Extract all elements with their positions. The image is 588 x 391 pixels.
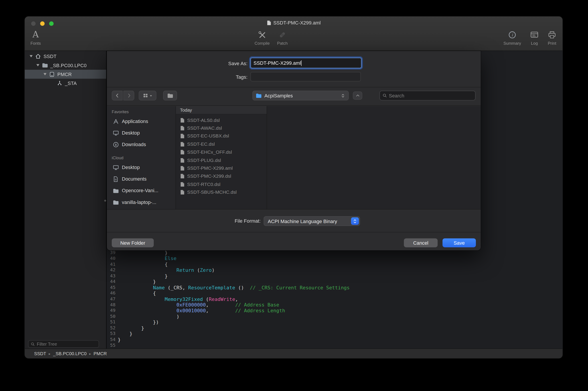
location-value: AcpiSamples bbox=[264, 93, 293, 98]
code-token: } bbox=[118, 250, 168, 256]
toolbar-print-button[interactable]: Print bbox=[540, 30, 563, 45]
path-segment[interactable]: SSDT bbox=[34, 351, 46, 356]
code-token: Memory32Fixed bbox=[165, 296, 203, 302]
file-row[interactable]: SSDT-PMC-X299.dsl bbox=[176, 172, 267, 180]
document-icon bbox=[180, 141, 185, 147]
code-token: (_CRS, bbox=[165, 285, 188, 290]
new-folder-button[interactable]: New Folder bbox=[112, 238, 154, 247]
search-field[interactable]: Search bbox=[379, 91, 475, 100]
save-as-input[interactable]: SSDT-PMC-X299.aml bbox=[251, 58, 362, 68]
tree-item-pmcr[interactable]: PMCR bbox=[25, 70, 106, 79]
tree-item-scope[interactable]: _SB.PC00.LPC0 bbox=[25, 61, 106, 70]
line-number: 43 bbox=[107, 273, 116, 279]
disclosure-triangle[interactable] bbox=[30, 55, 32, 57]
file-row[interactable]: SSDT-RTC0.dsl bbox=[176, 180, 267, 188]
window-title: SSDT-PMC-X299.aml bbox=[273, 20, 321, 25]
code-token: ) bbox=[212, 267, 215, 273]
file-name: SSDT-PLUG.dsl bbox=[187, 158, 221, 163]
file-format-row: File Format: ACPI Machine Language Binar… bbox=[107, 210, 481, 232]
file-format-popup[interactable]: ACPI Machine Language Binary bbox=[264, 216, 360, 226]
code-token bbox=[118, 267, 176, 273]
view-mode-button[interactable] bbox=[139, 91, 156, 100]
file-name: SSDT-AWAC.dsl bbox=[187, 126, 222, 131]
sidebar-item-documents[interactable]: Documents bbox=[107, 173, 175, 185]
sidebar-item-desktop[interactable]: Desktop bbox=[107, 127, 175, 139]
print-icon bbox=[548, 30, 556, 40]
sidebar-item-icloud-desktop[interactable]: Desktop bbox=[107, 162, 175, 173]
code-token bbox=[118, 308, 176, 313]
document-icon bbox=[180, 117, 185, 123]
tree-item-ssdt[interactable]: SSDT bbox=[25, 52, 106, 61]
code-line: 42 Return (Zero) bbox=[107, 267, 563, 273]
fonts-icon: A bbox=[32, 30, 39, 40]
filter-tree-field[interactable]: Filter Tree bbox=[28, 340, 99, 348]
sidebar-item-vanilla-folder[interactable]: vanilla-laptop-... bbox=[107, 196, 175, 208]
file-row[interactable]: SSDT-EHCx_OFF.dsl bbox=[176, 148, 267, 156]
file-name: SSDT-EHCx_OFF.dsl bbox=[187, 150, 232, 155]
file-row[interactable]: SSDT-AWAC.dsl bbox=[176, 124, 267, 132]
toolbar-patch-button[interactable]: Patch bbox=[270, 30, 295, 45]
tree-item-label: PMCR bbox=[57, 71, 72, 77]
code-line: 41 { bbox=[107, 262, 563, 267]
patch-icon bbox=[278, 30, 287, 40]
code-token bbox=[118, 302, 176, 308]
forward-button[interactable] bbox=[123, 91, 134, 100]
sidebar-item-downloads[interactable]: Downloads bbox=[107, 139, 175, 150]
code-token: { bbox=[118, 291, 156, 296]
folder-icon bbox=[167, 93, 173, 98]
sidebar-item-opencore-folder[interactable]: Opencore-Vani... bbox=[107, 185, 175, 196]
code-line: 53 } bbox=[107, 331, 563, 337]
line-number: 54 bbox=[107, 337, 116, 343]
collapse-panel-button[interactable] bbox=[353, 92, 362, 100]
document-icon bbox=[180, 166, 185, 171]
line-number: 50 bbox=[107, 314, 116, 319]
file-row[interactable]: SSDT-ALS0.dsl bbox=[176, 116, 267, 124]
code-line: 47 Memory32Fixed (ReadWrite, bbox=[107, 296, 563, 302]
search-icon bbox=[383, 94, 387, 98]
method-icon bbox=[56, 80, 63, 86]
toolbar-fonts-button[interactable]: A Fonts bbox=[25, 30, 48, 45]
file-row[interactable]: SSDT-EC.dsl bbox=[176, 140, 267, 148]
folder-icon bbox=[113, 199, 119, 205]
disclosure-triangle[interactable] bbox=[43, 73, 46, 75]
toolbar-summary-button[interactable]: i Summary bbox=[500, 30, 525, 45]
screen: SSDT-PMC-X299.aml A Fonts Compile bbox=[0, 0, 588, 391]
path-segment[interactable]: _SB.PC00.LPC0 bbox=[53, 351, 87, 356]
back-button[interactable] bbox=[112, 91, 123, 100]
document-icon bbox=[180, 174, 185, 179]
dialog-actions: New Folder Cancel Save bbox=[107, 233, 481, 250]
code-line: 54} bbox=[107, 337, 563, 343]
line-number: 47 bbox=[107, 296, 116, 302]
search-placeholder: Search bbox=[389, 93, 404, 98]
folder-button[interactable] bbox=[163, 91, 177, 100]
document-icon bbox=[180, 125, 185, 131]
code-token: ReadWrite bbox=[209, 296, 235, 302]
disclosure-triangle[interactable] bbox=[36, 64, 39, 66]
log-icon bbox=[530, 30, 539, 40]
toolbar-log-label: Log bbox=[531, 41, 538, 45]
file-row[interactable]: SSDT-PMC-X299.aml bbox=[176, 164, 267, 172]
file-name: SSDT-PMC-X299.aml bbox=[187, 166, 233, 171]
code-token: , bbox=[206, 302, 235, 308]
cancel-button[interactable]: Cancel bbox=[404, 238, 438, 247]
chevron-right-icon bbox=[126, 93, 131, 98]
file-name: SSDT-EC.dsl bbox=[187, 142, 215, 147]
code-line: 51 }) bbox=[107, 319, 563, 325]
svg-text:i: i bbox=[512, 32, 513, 37]
tags-input[interactable] bbox=[251, 72, 361, 81]
file-row[interactable]: SSDT-PLUG.dsl bbox=[176, 156, 267, 164]
location-popup[interactable]: AcpiSamples bbox=[252, 91, 349, 100]
sidebar-item-applications[interactable]: Applications bbox=[107, 115, 175, 127]
splitter-handle[interactable] bbox=[104, 200, 106, 201]
code-token: } bbox=[118, 325, 144, 331]
path-segment[interactable]: PMCR bbox=[94, 351, 107, 356]
chevron-up-icon bbox=[355, 94, 360, 98]
search-icon bbox=[31, 342, 35, 346]
file-row[interactable]: SSDT-SBUS-MCHC.dsl bbox=[176, 188, 267, 196]
save-button[interactable]: Save bbox=[443, 238, 476, 247]
file-row[interactable]: SSDT-EC-USBX.dsl bbox=[176, 132, 267, 140]
tree-item-sta[interactable]: _STA bbox=[25, 79, 106, 88]
toolbar-patch-label: Patch bbox=[277, 41, 288, 45]
code-line: 39 } bbox=[107, 250, 563, 256]
code-token: 0x00010000 bbox=[176, 308, 206, 313]
